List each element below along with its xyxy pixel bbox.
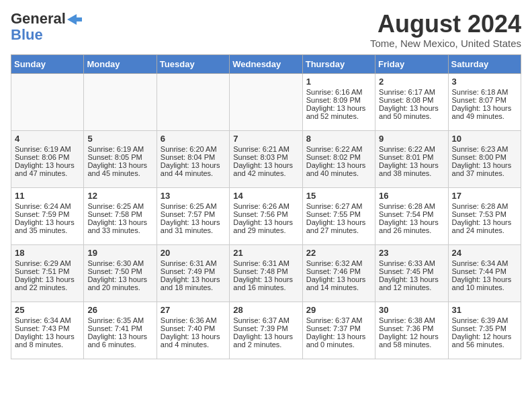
day-number: 5 — [87, 134, 152, 144]
day-header: Tuesday — [157, 54, 229, 73]
daylight-text: Daylight: 13 hours and 24 minutes. — [452, 218, 517, 234]
daylight-text: Daylight: 13 hours and 16 minutes. — [233, 275, 298, 291]
sunrise-text: Sunrise: 6:19 AM — [87, 145, 152, 153]
sunrise-text: Sunrise: 6:31 AM — [161, 259, 226, 267]
daylight-text: Daylight: 13 hours and 10 minutes. — [452, 275, 517, 291]
day-number: 31 — [452, 305, 517, 315]
sunrise-text: Sunrise: 6:18 AM — [452, 88, 517, 96]
day-number: 10 — [452, 134, 517, 144]
sunset-text: Sunset: 8:07 PM — [452, 96, 517, 104]
calendar-cell: 21Sunrise: 6:31 AMSunset: 7:48 PMDayligh… — [230, 244, 302, 302]
daylight-text: Daylight: 13 hours and 14 minutes. — [306, 275, 371, 291]
day-number: 2 — [379, 77, 444, 87]
day-header: Sunday — [11, 54, 84, 73]
calendar-cell: 17Sunrise: 6:28 AMSunset: 7:53 PMDayligh… — [448, 187, 521, 244]
calendar-header-row: SundayMondayTuesdayWednesdayThursdayFrid… — [11, 54, 521, 73]
day-number: 19 — [87, 248, 152, 258]
sunset-text: Sunset: 7:40 PM — [161, 324, 226, 332]
sunset-text: Sunset: 7:58 PM — [87, 210, 152, 218]
logo-text: General — [11, 11, 82, 27]
calendar-cell — [84, 73, 157, 130]
sunrise-text: Sunrise: 6:31 AM — [233, 259, 298, 267]
sunset-text: Sunset: 7:36 PM — [379, 324, 444, 332]
sunrise-text: Sunrise: 6:17 AM — [379, 88, 444, 96]
sunset-text: Sunset: 8:04 PM — [161, 153, 226, 161]
day-number: 6 — [161, 134, 226, 144]
sunrise-text: Sunrise: 6:28 AM — [379, 202, 444, 210]
day-number: 22 — [306, 248, 371, 258]
calendar-cell: 12Sunrise: 6:25 AMSunset: 7:58 PMDayligh… — [84, 187, 157, 244]
sunrise-text: Sunrise: 6:27 AM — [306, 202, 371, 210]
sunrise-text: Sunrise: 6:25 AM — [87, 202, 152, 210]
sunrise-text: Sunrise: 6:22 AM — [306, 145, 371, 153]
daylight-text: Daylight: 13 hours and 29 minutes. — [233, 218, 298, 234]
sunrise-text: Sunrise: 6:38 AM — [379, 316, 444, 324]
daylight-text: Daylight: 13 hours and 8 minutes. — [15, 332, 80, 349]
day-number: 26 — [87, 305, 152, 315]
sunset-text: Sunset: 8:02 PM — [306, 153, 371, 161]
daylight-text: Daylight: 13 hours and 42 minutes. — [233, 161, 298, 177]
calendar-cell: 9Sunrise: 6:22 AMSunset: 8:01 PMDaylight… — [375, 130, 448, 187]
calendar-cell: 20Sunrise: 6:31 AMSunset: 7:49 PMDayligh… — [157, 244, 229, 302]
daylight-text: Daylight: 13 hours and 27 minutes. — [306, 218, 371, 234]
calendar-cell: 23Sunrise: 6:33 AMSunset: 7:45 PMDayligh… — [375, 244, 448, 302]
daylight-text: Daylight: 13 hours and 52 minutes. — [306, 104, 371, 120]
calendar-cell: 29Sunrise: 6:37 AMSunset: 7:37 PMDayligh… — [302, 302, 375, 359]
title-area: August 2024 Tome, New Mexico, United Sta… — [370, 11, 521, 49]
sunset-text: Sunset: 7:53 PM — [452, 210, 517, 218]
calendar-cell: 14Sunrise: 6:26 AMSunset: 7:56 PMDayligh… — [230, 187, 302, 244]
day-header: Thursday — [302, 54, 375, 73]
day-header: Saturday — [448, 54, 521, 73]
day-header: Monday — [84, 54, 157, 73]
calendar-cell: 26Sunrise: 6:35 AMSunset: 7:41 PMDayligh… — [84, 302, 157, 359]
sunrise-text: Sunrise: 6:39 AM — [452, 316, 517, 324]
day-number: 16 — [379, 191, 444, 201]
calendar-cell: 22Sunrise: 6:32 AMSunset: 7:46 PMDayligh… — [302, 244, 375, 302]
calendar-cell: 15Sunrise: 6:27 AMSunset: 7:55 PMDayligh… — [302, 187, 375, 244]
calendar-cell: 28Sunrise: 6:37 AMSunset: 7:39 PMDayligh… — [230, 302, 302, 359]
sunset-text: Sunset: 7:54 PM — [379, 210, 444, 218]
sunset-text: Sunset: 8:08 PM — [379, 96, 444, 104]
calendar-row: 25Sunrise: 6:34 AMSunset: 7:43 PMDayligh… — [11, 302, 521, 359]
day-number: 13 — [161, 191, 226, 201]
sunset-text: Sunset: 7:49 PM — [161, 267, 226, 275]
daylight-text: Daylight: 13 hours and 38 minutes. — [379, 161, 444, 177]
sunset-text: Sunset: 8:01 PM — [379, 153, 444, 161]
calendar-cell: 19Sunrise: 6:30 AMSunset: 7:50 PMDayligh… — [84, 244, 157, 302]
sunrise-text: Sunrise: 6:34 AM — [452, 259, 517, 267]
day-number: 4 — [15, 134, 80, 144]
logo: General Blue — [11, 11, 82, 43]
calendar-cell: 11Sunrise: 6:24 AMSunset: 7:59 PMDayligh… — [11, 187, 84, 244]
calendar-cell: 30Sunrise: 6:38 AMSunset: 7:36 PMDayligh… — [375, 302, 448, 359]
calendar-cell — [11, 73, 84, 130]
calendar-row: 11Sunrise: 6:24 AMSunset: 7:59 PMDayligh… — [11, 187, 521, 244]
calendar-table: SundayMondayTuesdayWednesdayThursdayFrid… — [11, 54, 521, 359]
sunrise-text: Sunrise: 6:23 AM — [452, 145, 517, 153]
sunrise-text: Sunrise: 6:35 AM — [87, 316, 152, 324]
daylight-text: Daylight: 13 hours and 0 minutes. — [306, 332, 371, 349]
day-number: 20 — [161, 248, 226, 258]
calendar-cell: 1Sunrise: 6:16 AMSunset: 8:09 PMDaylight… — [302, 73, 375, 130]
sunset-text: Sunset: 8:09 PM — [306, 96, 371, 104]
daylight-text: Daylight: 13 hours and 4 minutes. — [161, 332, 226, 349]
calendar-cell: 31Sunrise: 6:39 AMSunset: 7:35 PMDayligh… — [448, 302, 521, 359]
calendar-cell: 18Sunrise: 6:29 AMSunset: 7:51 PMDayligh… — [11, 244, 84, 302]
svg-marker-0 — [67, 14, 82, 25]
daylight-text: Daylight: 12 hours and 56 minutes. — [452, 332, 517, 349]
sunrise-text: Sunrise: 6:37 AM — [306, 316, 371, 324]
sunrise-text: Sunrise: 6:36 AM — [161, 316, 226, 324]
sunrise-text: Sunrise: 6:19 AM — [15, 145, 80, 153]
sunrise-text: Sunrise: 6:26 AM — [233, 202, 298, 210]
daylight-text: Daylight: 13 hours and 49 minutes. — [452, 104, 517, 120]
sunset-text: Sunset: 7:56 PM — [233, 210, 298, 218]
sunrise-text: Sunrise: 6:29 AM — [15, 259, 80, 267]
sunset-text: Sunset: 7:45 PM — [379, 267, 444, 275]
calendar-cell: 2Sunrise: 6:17 AMSunset: 8:08 PMDaylight… — [375, 73, 448, 130]
day-number: 18 — [15, 248, 80, 258]
sunset-text: Sunset: 7:39 PM — [233, 324, 298, 332]
sunrise-text: Sunrise: 6:16 AM — [306, 88, 371, 96]
day-number: 8 — [306, 134, 371, 144]
calendar-cell: 27Sunrise: 6:36 AMSunset: 7:40 PMDayligh… — [157, 302, 229, 359]
sunrise-text: Sunrise: 6:33 AM — [379, 259, 444, 267]
daylight-text: Daylight: 12 hours and 58 minutes. — [379, 332, 444, 349]
